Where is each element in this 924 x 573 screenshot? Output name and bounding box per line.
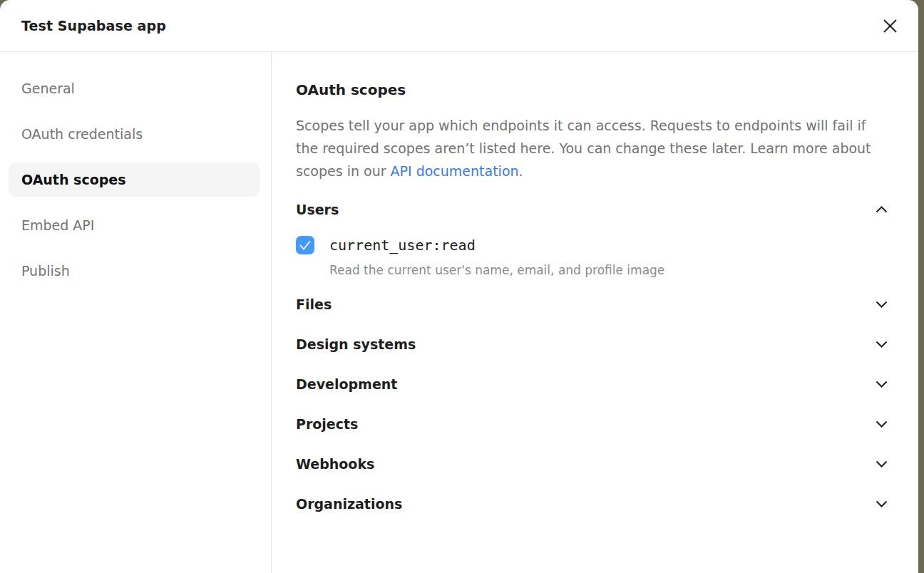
checkmark-icon (299, 241, 311, 250)
sidebar-item-publish[interactable]: Publish (9, 254, 260, 288)
scope-row: current_user:read (296, 236, 888, 254)
chevron-down-icon (876, 381, 888, 388)
chevron-down-icon (876, 420, 888, 428)
scope-item-current-user-read: current_user:read Read the current user'… (296, 229, 888, 284)
sidebar-item-oauth-credentials[interactable]: OAuth credentials (9, 117, 260, 151)
page-title: OAuth scopes (296, 81, 888, 98)
sidebar-item-general[interactable]: General (9, 71, 260, 105)
section-development[interactable]: Development (296, 364, 888, 404)
scope-description: Read the current user's name, email, and… (329, 263, 888, 277)
chevron-down-icon (876, 500, 888, 507)
sidebar-item-embed-api[interactable]: Embed API (9, 208, 260, 242)
section-organizations[interactable]: Organizations (296, 484, 888, 524)
dialog-body: General OAuth credentials OAuth scopes E… (0, 52, 918, 573)
chevron-down-icon (876, 301, 888, 308)
description-period: . (519, 163, 523, 179)
chevron-down-icon (876, 460, 888, 468)
section-files[interactable]: Files (296, 284, 888, 324)
close-icon (883, 19, 898, 33)
close-button[interactable] (878, 14, 901, 37)
section-label: Files (296, 296, 332, 312)
api-documentation-link[interactable]: API documentation (391, 163, 519, 179)
description-text: Scopes tell your app which endpoints it … (296, 118, 871, 179)
section-users[interactable]: Users (296, 190, 888, 229)
chevron-down-icon (876, 341, 888, 348)
section-design-systems[interactable]: Design systems (296, 324, 888, 364)
settings-sidebar: General OAuth credentials OAuth scopes E… (0, 52, 272, 573)
section-label: Users (296, 202, 339, 217)
section-label: Development (296, 376, 397, 392)
section-label: Projects (296, 416, 358, 432)
oauth-scopes-panel: OAuth scopes Scopes tell your app which … (272, 52, 918, 573)
section-webhooks[interactable]: Webhooks (296, 444, 888, 484)
section-label: Organizations (296, 496, 402, 512)
chevron-up-icon (876, 206, 888, 213)
app-settings-dialog: Test Supabase app General OAuth credenti… (0, 0, 918, 573)
scope-name: current_user:read (329, 237, 476, 254)
section-label: Design systems (296, 336, 416, 352)
section-label: Webhooks (296, 456, 374, 472)
section-projects[interactable]: Projects (296, 404, 888, 444)
dialog-header: Test Supabase app (0, 0, 918, 52)
dialog-title: Test Supabase app (21, 18, 166, 33)
sidebar-item-oauth-scopes[interactable]: OAuth scopes (9, 162, 260, 197)
scope-sections-list: Users (296, 190, 888, 524)
scope-checkbox-checked[interactable] (296, 236, 314, 254)
scopes-description: Scopes tell your app which endpoints it … (296, 114, 888, 182)
